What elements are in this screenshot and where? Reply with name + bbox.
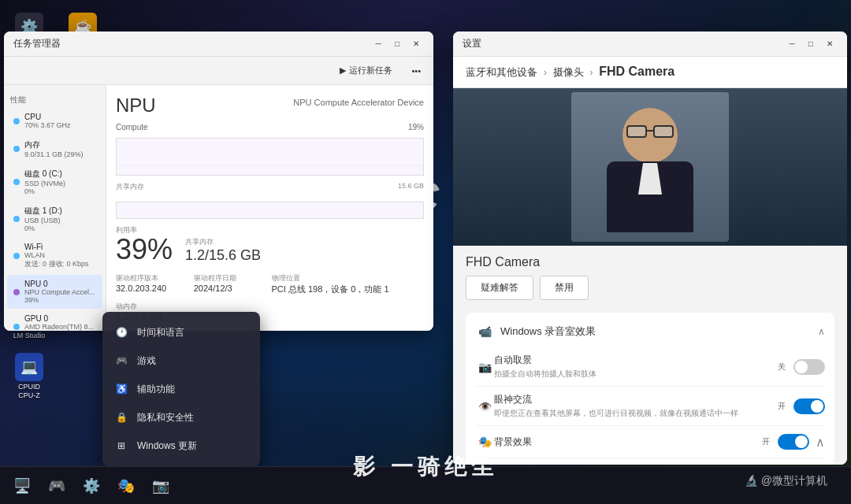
npu-main-content: NPU NPU Compute Accelerator Device Compu…	[106, 85, 433, 331]
toggle-knob-2	[811, 400, 823, 413]
sidebar-dot	[13, 253, 20, 259]
background-effects-toggle[interactable]	[778, 434, 809, 450]
chart-left-label: 共享内存	[116, 182, 144, 192]
sidebar-item-name: GPU 0	[24, 314, 96, 323]
icon-image: 💻	[15, 353, 43, 381]
sidebar-item-sub1: NPU Compute Accel...	[24, 288, 96, 296]
toggle-knob-3	[795, 435, 808, 448]
settings-minimize[interactable]: ─	[784, 36, 800, 52]
studio-section-header: 📹 Windows 录音室效果 ∧	[475, 322, 825, 341]
sidebar-dot	[13, 146, 20, 152]
npu-big-stats: 利用率 39% 共享内存 1.2/15.6 GB	[116, 225, 424, 264]
sidebar-item-info: CPU 70% 3.67 GHz	[24, 113, 96, 129]
taskbar-icon[interactable]: 🖥️	[6, 470, 38, 502]
more-options-button[interactable]: •••	[405, 63, 427, 79]
context-menu-item[interactable]: 🎮 游戏	[102, 346, 260, 375]
sidebar-dot	[13, 289, 20, 295]
taskbar-icon[interactable]: 📷	[145, 470, 177, 502]
auto-framing-item: 📷 自动取景 拍摄全自动将拍摄人脸和肢体 关	[475, 347, 825, 387]
maximize-button[interactable]: □	[389, 36, 405, 52]
auto-framing-desc: 拍摄全自动将拍摄人脸和肢体	[494, 369, 778, 380]
studio-section-title: Windows 录音室效果	[500, 324, 812, 339]
sidebar-section-label: 性能	[4, 91, 106, 107]
npu-header: NPU NPU Compute Accelerator Device	[116, 94, 424, 117]
taskbar-icon[interactable]: ⚙️	[76, 470, 107, 502]
driver-version-label: 驱动程序版本	[116, 273, 191, 284]
shared-mem-value: 1.2/15.6 GB	[185, 247, 261, 264]
troubleshoot-button[interactable]: 疑难解答	[466, 276, 533, 300]
taskbar-icons-group: 🖥️🎮⚙️🎭📷	[6, 470, 177, 502]
camera-preview	[453, 88, 847, 246]
sidebar-item-info: Wi-Fi WLAN 发送: 0 接收: 0 Kbps	[24, 243, 96, 269]
background-effects-toggle-group: 开 ∧	[762, 434, 825, 450]
npu-subtitle: NPU Compute Accelerator Device	[293, 94, 424, 107]
eye-contact-toggle-label: 开	[778, 401, 786, 412]
taskbar-icon[interactable]: 🎭	[110, 470, 142, 502]
sidebar-item-磁盘-0-(c:)[interactable]: 磁盘 0 (C:) SSD (NVMe) 0%	[7, 164, 102, 200]
taskbar-icon[interactable]: 🎮	[41, 470, 72, 502]
camera-face-area	[453, 88, 847, 246]
sidebar-item-gpu-0[interactable]: GPU 0 AMD Radeon(TM) 8... 0% /17 %	[7, 309, 102, 331]
close-button[interactable]: ✕	[408, 36, 424, 52]
sidebar-dot	[13, 179, 20, 185]
sidebar-item-内存[interactable]: 内存 9.0/31.1 GB (29%)	[7, 135, 102, 163]
minimize-button[interactable]: ─	[370, 36, 386, 52]
task-manager-title: 任务管理器	[13, 37, 370, 50]
eye-contact-toggle[interactable]	[793, 398, 825, 414]
background-effects-info: 背景效果	[494, 435, 762, 449]
standard-blur-name: 标准模糊	[500, 463, 825, 465]
npu-memory-chart	[116, 202, 424, 219]
auto-framing-toggle-label: 关	[778, 361, 786, 372]
npu-extra-stats: 驱动程序版本 32.0.203.240 驱动程序日期 2024/12/3 物理位…	[116, 273, 424, 295]
auto-framing-name: 自动取景	[494, 354, 778, 367]
chart-top-label: Compute 19%	[116, 123, 424, 132]
task-manager-titlebar: 任务管理器 ─ □ ✕	[4, 32, 433, 57]
disable-button[interactable]: 禁用	[540, 276, 589, 300]
sidebar-item-npu-0[interactable]: NPU 0 NPU Compute Accel... 39%	[7, 275, 102, 309]
run-task-button[interactable]: ▶ 运行新任务	[333, 61, 399, 80]
context-menu-item[interactable]: 🔒 隐私和安全性	[102, 403, 260, 432]
menu-icon: 🎮	[113, 353, 129, 369]
desktop-icon[interactable]: 💻 CPUID CPU-Z	[6, 350, 53, 403]
driver-version-value: 32.0.203.240	[116, 284, 191, 293]
breadcrumb-bluetooth[interactable]: 蓝牙和其他设备	[466, 66, 537, 78]
menu-label: Windows 更新	[137, 439, 197, 453]
run-icon: ▶	[340, 65, 346, 76]
expand-icon[interactable]: ∧	[816, 435, 825, 450]
background-effects-item: 🎭 背景效果 开 ∧	[475, 426, 825, 458]
compute-label: Compute	[116, 123, 148, 132]
sidebar-item-info: 磁盘 0 (C:) SSD (NVMe) 0%	[24, 169, 96, 195]
eye-contact-desc: 即使您正在查看其他屏幕，也可进行目视视频，就像在视频通话中一样	[494, 408, 778, 419]
sidebar-item-sub1: 9.0/31.1 GB (29%)	[24, 150, 96, 158]
sidebar-item-info: NPU 0 NPU Compute Accel... 39%	[24, 280, 96, 304]
sidebar-item-info: 磁盘 1 (D:) USB (USB) 0%	[24, 206, 96, 232]
settings-body: FHD Camera 疑难解答 禁用 📹 Windows 录音室效果 ∧ 📷 自…	[453, 246, 847, 465]
auto-framing-toggle[interactable]	[793, 359, 825, 375]
context-menu-item[interactable]: ♿ 辅助功能	[102, 375, 260, 403]
chart-right-label: 15.6 GB	[398, 182, 424, 192]
breadcrumb-camera[interactable]: 摄像头	[553, 66, 584, 78]
npu-title: NPU	[116, 94, 156, 117]
menu-label: 游戏	[137, 354, 156, 368]
sidebar-item-sub1: SSD (NVMe)	[24, 180, 96, 187]
sidebar-item-wi-fi[interactable]: Wi-Fi WLAN 发送: 0 接收: 0 Kbps	[7, 238, 102, 274]
studio-icon: 📹	[475, 322, 494, 341]
phys-location-label: 物理位置	[272, 273, 425, 284]
settings-maximize[interactable]: □	[803, 36, 819, 52]
task-manager-body: 性能 CPU 70% 3.67 GHz 内存 9.0/31.1 GB (29%)…	[4, 85, 433, 331]
npu-usage-block: 利用率 39%	[116, 225, 173, 264]
sidebar-item-sub2: 0%	[24, 187, 96, 195]
sidebar-item-磁盘-1-(d:)[interactable]: 磁盘 1 (D:) USB (USB) 0%	[7, 201, 102, 237]
context-menu-item[interactable]: 🕐 时间和语言	[102, 318, 260, 346]
settings-close[interactable]: ✕	[822, 36, 838, 52]
npu-mem-block: 共享内存 1.2/15.6 GB	[185, 237, 261, 264]
studio-section-expand[interactable]: ∧	[818, 326, 825, 337]
sidebar-item-cpu[interactable]: CPU 70% 3.67 GHz	[7, 108, 102, 134]
sidebar-item-info: GPU 0 AMD Radeon(TM) 8... 0% /17 %	[24, 314, 96, 331]
sidebar-item-sub1: AMD Radeon(TM) 8...	[24, 323, 96, 331]
breadcrumb-current: FHD Camera	[599, 65, 674, 78]
sidebar-item-name: Wi-Fi	[24, 243, 96, 251]
bg-toggle-label: 开	[762, 436, 770, 447]
icon-label: LM Studio	[13, 332, 46, 340]
context-menu-item[interactable]: ⊞ Windows 更新	[102, 432, 260, 460]
